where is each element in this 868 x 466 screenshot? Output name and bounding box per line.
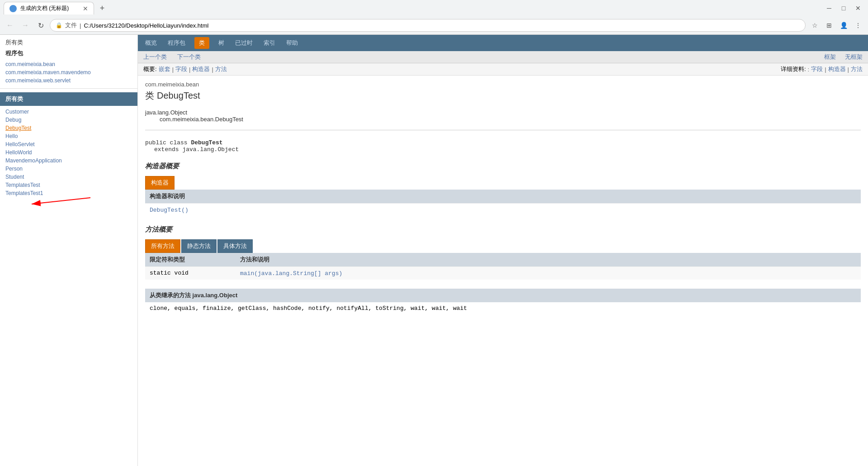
doc-nav-bar: 概览 程序包 类 树 已过时 索引 帮助 <box>138 35 868 51</box>
class-prefix: 类 <box>145 90 154 100</box>
method-table: 限定符和类型 方法和说明 static void main(java.lang.… <box>145 253 861 280</box>
package-name: com.meimeixia.bean <box>145 81 861 88</box>
class-item-student[interactable]: Student <box>0 173 137 181</box>
sidebar: 所有类 程序包 com.meimeixia.bean com.meimeixia… <box>0 35 138 466</box>
summary-method-link[interactable]: 方法 <box>215 65 227 73</box>
child-class: com.meimeixia.bean.DebugTest <box>145 116 861 123</box>
class-item-mavendemoapplication[interactable]: MavendemoApplication <box>0 157 137 165</box>
frame-link[interactable]: 框架 <box>824 53 836 61</box>
detail-method-link[interactable]: 方法 <box>851 65 863 73</box>
method-col1-header: 限定符和类型 <box>145 253 236 267</box>
class-item-debugtest[interactable]: DebugTest <box>0 124 137 132</box>
class-item-debug[interactable]: Debug <box>0 116 137 124</box>
detail-field-link[interactable]: 字段 <box>811 65 823 73</box>
class-declaration: public class DebugTestextends java.lang.… <box>145 136 861 157</box>
detail-label: 详细资料: <box>781 65 806 73</box>
package-item-servlet[interactable]: com.meimeixia.web.servlet <box>0 76 137 85</box>
class-list: Customer Debug DebugTest Hello HelloServ… <box>0 106 137 199</box>
summary-nested-link[interactable]: 嵌套 <box>159 65 170 73</box>
doc-detail-nav: 概要: 嵌套 | 字段 | 构造器 | 方法 详细资料: : 字段 | 构造器 … <box>138 63 868 76</box>
method-link-main[interactable]: main(java.lang.String[] args) <box>240 270 342 277</box>
next-class-link[interactable]: 下一个类 <box>177 53 201 61</box>
method-col2-header: 方法和说明 <box>236 253 861 267</box>
prev-class-link[interactable]: 上一个类 <box>143 53 167 61</box>
noframe-link[interactable]: 无框架 <box>845 53 863 61</box>
class-item-templatestest[interactable]: TemplatesTest <box>0 181 137 189</box>
summary-constructor-link[interactable]: 构造器 <box>192 65 210 73</box>
constructor-link-debugtest[interactable]: DebugTest() <box>150 207 189 214</box>
nav-item-package[interactable]: 程序包 <box>166 39 187 47</box>
close-button[interactable]: ✕ <box>852 2 864 14</box>
active-tab[interactable]: 生成的文档 (无标题) ✕ <box>4 2 94 14</box>
nav-item-index[interactable]: 索引 <box>262 39 277 47</box>
new-tab-button[interactable]: + <box>96 2 108 14</box>
forward-button[interactable]: → <box>19 19 32 32</box>
class-name: DebugTest <box>157 90 200 100</box>
address-bar[interactable]: 🔒 文件 | C:/Users/32120/Desktop/HelloLiayu… <box>50 19 806 32</box>
class-item-templatestest1[interactable]: TemplatesTest1 <box>0 189 137 197</box>
sub-nav-spacer <box>170 54 174 61</box>
inherited-methods-row: clone, equals, finalize, getClass, hashC… <box>145 302 861 314</box>
method-row-main: static void main(java.lang.String[] args… <box>145 267 861 280</box>
inherited-methods-list: clone, equals, finalize, getClass, hashC… <box>145 302 861 314</box>
class-title: 类DebugTest <box>145 90 861 102</box>
package-category: 程序包 <box>0 48 137 60</box>
class-item-helloservlet[interactable]: HelloServlet <box>0 140 137 148</box>
menu-button[interactable]: ⋮ <box>852 19 864 32</box>
address-bar-actions: ☆ ⊞ 👤 ⋮ <box>808 19 864 32</box>
address-lock-icon: 🔒 <box>56 22 62 29</box>
class-item-helloworld[interactable]: HelloWorld <box>0 148 137 157</box>
parent-class: java.lang.Object <box>145 109 187 116</box>
doc-sub-nav: 上一个类 下一个类 框架 无框架 <box>138 51 868 63</box>
content-body: com.meimeixia.bean 类DebugTest java.lang.… <box>138 76 868 329</box>
back-button[interactable]: ← <box>4 19 16 32</box>
class-item-hello[interactable]: Hello <box>0 132 137 140</box>
bookmark-button[interactable]: ☆ <box>808 19 821 32</box>
maximize-button[interactable]: □ <box>837 2 850 14</box>
nav-item-tree[interactable]: 树 <box>217 39 226 47</box>
constructor-section-title: 构造器概要 <box>145 162 861 171</box>
method-tab-all[interactable]: 所有方法 <box>145 239 180 253</box>
address-prefix: 文件 <box>65 21 77 29</box>
all-classes-title: 所有类 <box>0 35 137 48</box>
package-item-bean[interactable]: com.meimeixia.bean <box>0 60 137 68</box>
nav-item-deprecated[interactable]: 已过时 <box>233 39 255 47</box>
constructor-col-header: 构造器和说明 <box>145 190 861 204</box>
inherited-methods-table: 从类继承的方法 java.lang.Object clone, equals, … <box>145 289 861 314</box>
main-content: 概览 程序包 类 树 已过时 索引 帮助 上一个类 下一个类 框架 无框架 概要… <box>138 35 868 466</box>
browser-chrome: 生成的文档 (无标题) ✕ + ─ □ ✕ ← → ↻ 🔒 文件 | C:/Us… <box>0 0 868 35</box>
tab-favicon <box>9 5 17 12</box>
tab-bar: 生成的文档 (无标题) ✕ + ─ □ ✕ <box>0 0 868 16</box>
nav-item-overview[interactable]: 概览 <box>143 39 159 47</box>
constructor-row: DebugTest() <box>145 204 861 217</box>
page-layout: 所有类 程序包 com.meimeixia.bean com.meimeixia… <box>0 35 868 466</box>
summary-field-link[interactable]: 字段 <box>175 65 187 73</box>
minimize-button[interactable]: ─ <box>823 2 835 14</box>
account-button[interactable]: 👤 <box>837 19 850 32</box>
tab-close-button[interactable]: ✕ <box>83 5 88 12</box>
method-tab-concrete[interactable]: 具体方法 <box>217 239 253 253</box>
extensions-button[interactable]: ⊞ <box>823 19 835 32</box>
inheritance-block: java.lang.Object com.meimeixia.bean.Debu… <box>145 107 861 124</box>
method-section-title: 方法概要 <box>145 225 861 234</box>
method-tabs: 所有方法 静态方法 具体方法 <box>145 239 861 253</box>
sidebar-divider-1 <box>0 88 137 89</box>
address-bar-row: ← → ↻ 🔒 文件 | C:/Users/32120/Desktop/Hell… <box>0 16 868 34</box>
detail-constructor-link[interactable]: 构造器 <box>828 65 846 73</box>
tab-title: 生成的文档 (无标题) <box>20 5 69 12</box>
address-separator: | <box>80 22 81 29</box>
class-item-person[interactable]: Person <box>0 165 137 173</box>
address-url: C:/Users/32120/Desktop/HelloLiayun/index… <box>84 22 208 29</box>
summary-label: 概要: <box>143 65 157 73</box>
class-item-customer[interactable]: Customer <box>0 108 137 116</box>
method-modifier: static void <box>145 267 236 280</box>
method-tab-static[interactable]: 静态方法 <box>181 239 217 253</box>
inherited-section-header: 从类继承的方法 java.lang.Object <box>145 289 861 302</box>
reload-button[interactable]: ↻ <box>34 19 47 32</box>
nav-item-help[interactable]: 帮助 <box>284 39 300 47</box>
nav-item-class[interactable]: 类 <box>194 37 209 49</box>
package-item-maven[interactable]: com.meimeixia.maven.mavendemo <box>0 68 137 76</box>
all-classes-header: 所有类 <box>0 92 137 106</box>
constructor-table: 构造器 构造器和说明 DebugTest() <box>145 176 861 216</box>
constructor-tab[interactable]: 构造器 <box>145 176 175 190</box>
